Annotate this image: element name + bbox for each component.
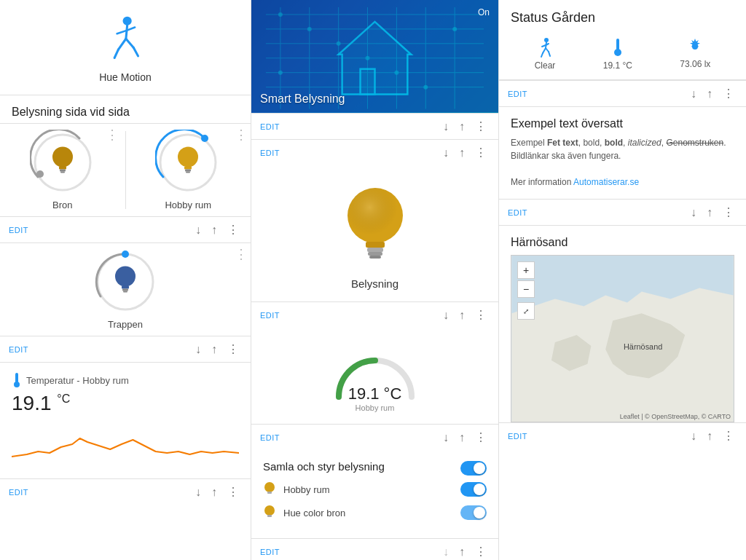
map-zoom-in[interactable]: + — [517, 261, 535, 279]
metric-lux-value: 73.06 lx — [680, 59, 710, 69]
samla-hobby-toggle[interactable] — [460, 482, 487, 497]
more-icon-banner[interactable]: ⋮ — [472, 118, 490, 135]
more-icon-temp[interactable]: ⋮ — [224, 484, 242, 500]
edit-btn-status[interactable]: EDIT — [508, 90, 688, 98]
down-icon-bulb[interactable]: ↓ — [440, 307, 452, 323]
svg-line-67 — [541, 53, 543, 57]
up-icon-bulb[interactable]: ↑ — [456, 307, 468, 323]
smart-belysning-banner: Smart Belysning On — [251, 0, 498, 113]
temp-gauge-card: 19.1 °C Hobby rum — [251, 328, 498, 424]
up-icon-gauge[interactable]: ↑ — [456, 430, 468, 446]
edit-btn-2[interactable]: EDIT — [260, 149, 440, 157]
temp-value: 19.1 °C — [12, 392, 239, 415]
temp-header: Temperatur - Hobby rum — [12, 371, 239, 389]
up-icon-map[interactable]: ↑ — [704, 428, 715, 444]
exempel-link[interactable]: Automatiserar.se — [573, 177, 639, 187]
svg-rect-23 — [122, 286, 129, 289]
edit-btn-temp[interactable]: EDIT — [9, 488, 192, 497]
more-icon-samla[interactable]: ⋮ — [472, 543, 490, 560]
more-icon-bulb[interactable]: ⋮ — [472, 307, 490, 323]
svg-point-27 — [14, 382, 20, 387]
more-icon-row1[interactable]: ⋮ — [224, 221, 242, 238]
edit-btn-map[interactable]: EDIT — [508, 432, 688, 441]
smart-belysning-title: Smart Belysning — [260, 92, 490, 106]
light-hobby-rum[interactable]: Hobby rum — [126, 124, 251, 216]
down-icon-row2[interactable]: ↓ — [192, 342, 204, 358]
metric-temp: 19.1 °C — [603, 37, 632, 71]
up-icon-banner[interactable]: ↑ — [456, 119, 468, 135]
up-icon-samla[interactable]: ↑ — [456, 544, 468, 560]
up-icon-row2[interactable]: ↑ — [208, 342, 220, 358]
down-icon-row1[interactable]: ↓ — [192, 222, 204, 238]
up-icon-temp[interactable]: ↑ — [208, 484, 220, 500]
edit-icons-map: ↓ ↑ ⋮ — [688, 427, 737, 444]
down-icon-status[interactable]: ↓ — [688, 86, 699, 102]
svg-rect-17 — [184, 167, 192, 170]
metric-clear: Clear — [535, 37, 556, 71]
edit-icons-2: ↓ ↑ ⋮ — [440, 144, 490, 161]
more-icon-exempel[interactable]: ⋮ — [720, 204, 737, 221]
more-icon-status[interactable]: ⋮ — [720, 85, 737, 102]
edit-icons-exempel: ↓ ↑ ⋮ — [688, 204, 737, 221]
samla-card: Samla och styr belysning Hobby rum Hue c… — [251, 450, 498, 538]
svg-rect-12 — [60, 170, 66, 172]
lights-row-1: ⋮ ⋮ Bron — [0, 123, 251, 216]
edit-btn-banner[interactable]: EDIT — [260, 122, 440, 131]
bulb-center-card: Belysning — [251, 165, 498, 301]
more-icon-gauge[interactable]: ⋮ — [472, 429, 490, 446]
hue-motion-section: Hue Motion — [0, 0, 251, 95]
svg-point-21 — [122, 251, 129, 258]
up-icon-row1[interactable]: ↑ — [208, 222, 220, 238]
samla-main-toggle[interactable] — [460, 461, 487, 476]
svg-rect-55 — [367, 248, 383, 252]
status-garden-section: Status Gården Clear — [499, 0, 746, 80]
svg-line-5 — [114, 50, 118, 58]
bron-dial — [30, 130, 95, 195]
svg-rect-24 — [122, 289, 128, 291]
more-icon-map[interactable]: ⋮ — [720, 427, 737, 444]
edit-bar-2: EDIT ↓ ↑ ⋮ — [251, 139, 498, 165]
svg-rect-13 — [60, 172, 65, 173]
edit-icons-row2: ↓ ↑ ⋮ — [192, 341, 242, 358]
map-container[interactable]: Härnösand + − ⤢ Leaflet | © OpenStreetMa… — [511, 255, 734, 422]
up-icon-status[interactable]: ↑ — [704, 86, 715, 102]
edit-btn-gauge[interactable]: EDIT — [260, 433, 440, 442]
edit-btn-row2[interactable]: EDIT — [9, 345, 192, 354]
walk-icon — [536, 37, 554, 58]
trappen-more-icon[interactable]: ⋮ — [235, 246, 248, 262]
svg-rect-70 — [616, 39, 619, 50]
down-icon-gauge[interactable]: ↓ — [440, 430, 452, 446]
gauge-value: 19.1 °C — [348, 384, 402, 403]
down-icon-map[interactable]: ↓ — [688, 428, 699, 444]
left-column: Hue Motion Belysning sida vid sida ⋮ ⋮ — [0, 0, 251, 560]
edit-btn-row1[interactable]: EDIT — [9, 226, 192, 234]
light-trappen[interactable]: Trappen — [63, 243, 188, 336]
down-icon-2[interactable]: ↓ — [440, 145, 452, 161]
edit-btn-exempel[interactable]: EDIT — [508, 208, 688, 217]
svg-point-22 — [115, 267, 136, 287]
map-zoom-out[interactable]: − — [517, 280, 535, 298]
more-icon-row2[interactable]: ⋮ — [224, 341, 242, 358]
metric-temp-value: 19.1 °C — [603, 60, 632, 71]
edit-icons-banner: ↓ ↑ ⋮ — [440, 118, 490, 135]
svg-point-10 — [52, 147, 73, 167]
svg-point-53 — [348, 188, 403, 243]
up-icon-exempel[interactable]: ↑ — [704, 205, 715, 221]
up-icon-2[interactable]: ↑ — [456, 145, 468, 161]
edit-btn-bulb[interactable]: EDIT — [260, 311, 440, 320]
light-bron[interactable]: Bron — [0, 124, 125, 216]
more-icon-2[interactable]: ⋮ — [472, 144, 490, 161]
down-icon-temp[interactable]: ↓ — [192, 484, 204, 500]
gauge-sublabel: Hobby rum — [356, 403, 395, 412]
svg-line-66 — [543, 48, 546, 53]
edit-bar-exempel: EDIT ↓ ↑ ⋮ — [499, 199, 746, 225]
svg-line-1 — [126, 25, 127, 39]
edit-btn-samla[interactable]: EDIT — [260, 548, 440, 556]
samla-hue-toggle[interactable] — [460, 505, 487, 520]
trappen-dial — [93, 249, 158, 315]
svg-rect-26 — [15, 373, 18, 383]
map-fullscreen[interactable]: ⤢ — [517, 302, 535, 320]
down-icon-exempel[interactable]: ↓ — [688, 205, 699, 221]
down-icon-banner[interactable]: ↓ — [440, 119, 452, 135]
down-icon-samla[interactable]: ↓ — [440, 544, 452, 560]
